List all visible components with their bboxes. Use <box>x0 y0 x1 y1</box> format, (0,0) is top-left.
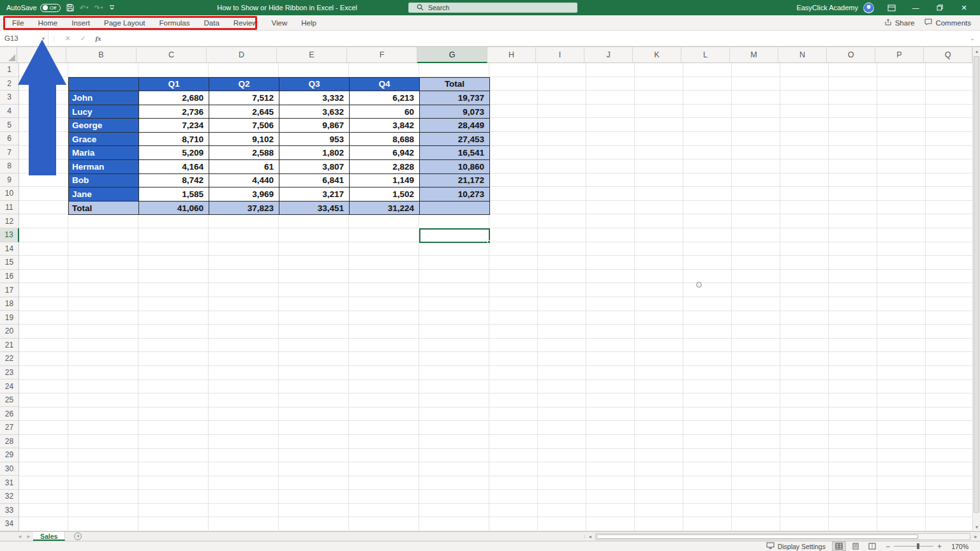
menu-tab-formulas[interactable]: Formulas <box>152 15 197 31</box>
expand-formula-bar-icon[interactable]: ⌄ <box>965 35 980 41</box>
value-cell[interactable]: 60 <box>350 105 420 119</box>
sheet-nav-right-icon[interactable]: ► <box>24 534 33 540</box>
account-button[interactable]: EasyClick Academy <box>796 3 874 13</box>
autosave-control[interactable]: AutoSave Off <box>6 4 61 12</box>
column-header-A[interactable]: A <box>17 47 66 63</box>
add-sheet-button[interactable]: + <box>74 533 82 540</box>
row-header-23[interactable]: 23 <box>0 366 19 380</box>
column-header-F[interactable]: F <box>347 47 417 63</box>
menu-tab-help[interactable]: Help <box>294 15 323 31</box>
search-box[interactable]: Search <box>408 3 577 13</box>
page-layout-view-icon[interactable] <box>849 541 863 551</box>
column-total-cell[interactable]: 33,451 <box>279 202 350 216</box>
scroll-left-icon[interactable]: ◄ <box>586 534 594 539</box>
value-cell[interactable]: 1,585 <box>139 187 209 202</box>
scrollbar-splitter-icon[interactable]: ⁞ <box>584 534 584 540</box>
row-total-cell[interactable]: 21,172 <box>420 174 490 188</box>
comments-button[interactable]: Comments <box>924 18 971 27</box>
menu-tab-insert[interactable]: Insert <box>64 15 97 31</box>
row-header-10[interactable]: 10 <box>0 187 19 201</box>
horizontal-scroll-track[interactable] <box>595 533 970 540</box>
formula-input[interactable] <box>106 31 965 46</box>
value-cell[interactable]: 3,807 <box>279 160 350 174</box>
row-header-32[interactable]: 32 <box>0 490 19 504</box>
row-header-2[interactable]: 2 <box>0 77 19 91</box>
value-cell[interactable]: 8,710 <box>139 133 209 147</box>
value-cell[interactable]: 1,802 <box>279 146 350 160</box>
column-header-N[interactable]: N <box>778 47 827 63</box>
value-cell[interactable]: 2,588 <box>209 146 279 160</box>
zoom-slider[interactable] <box>894 546 933 547</box>
row-header-3[interactable]: 3 <box>0 91 19 105</box>
zoom-out-icon[interactable]: − <box>886 542 890 551</box>
quarter-header-Q2[interactable]: Q2 <box>209 78 279 92</box>
row-header-28[interactable]: 28 <box>0 435 19 449</box>
menu-tab-file[interactable]: File <box>5 15 31 31</box>
redo-icon[interactable]: ↷▾ <box>94 4 103 12</box>
row-header-21[interactable]: 21 <box>0 339 19 353</box>
column-header-E[interactable]: E <box>277 47 347 63</box>
row-total-cell[interactable]: 27,453 <box>420 133 490 147</box>
column-header-P[interactable]: P <box>875 47 924 63</box>
name-box[interactable]: G13 ▾ <box>0 31 48 46</box>
close-button[interactable]: ✕ <box>957 4 971 12</box>
horizontal-scrollbar[interactable]: ⁞ ◄ ► <box>584 533 980 541</box>
table-corner-cell[interactable] <box>69 78 139 92</box>
value-cell[interactable]: 2,645 <box>209 105 279 119</box>
menu-tab-review[interactable]: Review <box>226 15 265 31</box>
column-header-L[interactable]: L <box>681 47 730 63</box>
save-icon[interactable] <box>66 4 74 11</box>
row-header-17[interactable]: 17 <box>0 283 19 297</box>
column-header-C[interactable]: C <box>137 47 207 63</box>
value-cell[interactable]: 61 <box>209 160 279 174</box>
value-cell[interactable]: 7,234 <box>139 119 209 133</box>
grid-canvas[interactable]: Q1Q2Q3Q4TotalJohn2,6807,5123,3326,21319,… <box>19 63 972 531</box>
vertical-scrollbar[interactable]: ▲ ▼ <box>972 47 980 531</box>
value-cell[interactable]: 4,440 <box>209 174 279 188</box>
row-header-13[interactable]: 13 <box>0 228 19 242</box>
column-header-M[interactable]: M <box>730 47 778 63</box>
zoom-in-icon[interactable]: + <box>937 542 942 551</box>
row-header-8[interactable]: 8 <box>0 159 19 173</box>
row-total-cell[interactable]: 10,860 <box>420 160 490 174</box>
column-header-B[interactable]: B <box>66 47 137 63</box>
page-break-preview-icon[interactable] <box>865 541 879 551</box>
value-cell[interactable]: 8,688 <box>350 133 420 147</box>
row-header-22[interactable]: 22 <box>0 352 19 366</box>
row-header-29[interactable]: 29 <box>0 448 19 462</box>
column-header-K[interactable]: K <box>633 47 681 63</box>
row-header-18[interactable]: 18 <box>0 297 19 311</box>
column-header-H[interactable]: H <box>487 47 536 63</box>
row-header-1[interactable]: 1 <box>0 63 19 77</box>
name-cell-bob[interactable]: Bob <box>69 174 139 188</box>
horizontal-scroll-thumb[interactable] <box>597 534 918 539</box>
autosave-toggle[interactable]: Off <box>40 4 61 12</box>
sheet-nav-left-icon[interactable]: ◄ <box>15 534 24 540</box>
row-header-27[interactable]: 27 <box>0 421 19 435</box>
value-cell[interactable]: 1,149 <box>350 174 420 188</box>
column-header-G[interactable]: G <box>417 47 487 63</box>
menu-tab-home[interactable]: Home <box>31 15 65 31</box>
enter-icon[interactable]: ✓ <box>75 34 91 43</box>
name-cell-john[interactable]: John <box>69 91 139 105</box>
name-cell-grace[interactable]: Grace <box>69 133 139 147</box>
customize-quick-access-toolbar-icon[interactable] <box>108 4 115 11</box>
value-cell[interactable]: 3,217 <box>279 187 350 202</box>
value-cell[interactable]: 6,213 <box>350 91 420 105</box>
name-cell-maria[interactable]: Maria <box>69 146 139 160</box>
scroll-down-icon[interactable]: ▼ <box>973 523 980 531</box>
row-header-16[interactable]: 16 <box>0 270 19 284</box>
normal-view-icon[interactable] <box>832 541 846 551</box>
undo-dropdown-icon[interactable]: ▾ <box>86 5 89 10</box>
minimize-button[interactable]: — <box>909 4 923 11</box>
row-header-5[interactable]: 5 <box>0 118 19 132</box>
row-header-15[interactable]: 15 <box>0 256 19 270</box>
value-cell[interactable]: 5,209 <box>139 146 209 160</box>
value-cell[interactable]: 6,841 <box>279 174 350 188</box>
column-header-Q[interactable]: Q <box>924 47 972 63</box>
ribbon-display-options-icon[interactable] <box>884 4 898 11</box>
quarter-header-Q4[interactable]: Q4 <box>350 78 420 92</box>
grand-total-cell[interactable] <box>420 202 490 216</box>
row-total-cell[interactable]: 10,273 <box>420 187 490 202</box>
name-box-dropdown-icon[interactable]: ▾ <box>42 36 45 41</box>
